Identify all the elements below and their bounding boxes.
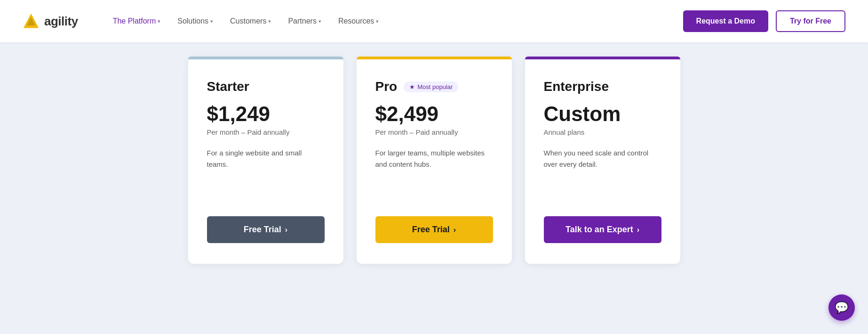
nav-label: Partners: [288, 17, 316, 25]
badge-label: Most popular: [417, 83, 453, 90]
logo-text: agility: [44, 14, 78, 29]
nav-label: Solutions: [177, 17, 208, 25]
card-top-bar: [357, 57, 512, 59]
try-for-free-button[interactable]: Try for Free: [776, 10, 845, 32]
logo-icon: [23, 13, 40, 30]
pricing-card-enterprise: Enterprise Custom Annual plans When you …: [525, 57, 680, 264]
nav-item-partners[interactable]: Partners▾: [281, 13, 327, 29]
pricing-cards-container: Starter $1,249 Per month – Paid annually…: [188, 57, 680, 264]
pricing-card-pro: Pro ★ Most popular $2,499 Per month – Pa…: [357, 57, 512, 264]
chevron-right-icon: ›: [454, 226, 456, 234]
card-title: Enterprise: [544, 79, 609, 94]
card-title: Pro: [375, 79, 398, 94]
card-title-row: Enterprise: [544, 79, 661, 94]
chevron-right-icon: ›: [637, 226, 639, 234]
nav-item-customers[interactable]: Customers▾: [223, 13, 278, 29]
chevron-down-icon: ▾: [319, 18, 321, 24]
pricing-card-starter: Starter $1,249 Per month – Paid annually…: [188, 57, 343, 264]
card-top-bar: [525, 57, 680, 59]
nav-label: Resources: [338, 17, 374, 25]
nav-links: The Platform▾Solutions▾Customers▾Partner…: [106, 13, 683, 29]
navbar: agility The Platform▾Solutions▾Customers…: [0, 0, 868, 42]
card-title-row: Starter: [207, 79, 325, 94]
chevron-down-icon: ▾: [158, 18, 160, 24]
main-content: Starter $1,249 Per month – Paid annually…: [0, 42, 868, 334]
chat-bubble-button[interactable]: 💬: [828, 294, 855, 321]
card-price: Custom: [544, 103, 661, 125]
card-cta-button[interactable]: Free Trial ›: [207, 216, 325, 243]
nav-label: The Platform: [113, 17, 156, 25]
nav-item-the-platform[interactable]: The Platform▾: [106, 13, 167, 29]
card-description: For larger teams, multiple websites and …: [375, 147, 493, 201]
card-description: When you need scale and control over eve…: [544, 147, 661, 201]
card-price: $2,499: [375, 103, 493, 125]
card-title: Starter: [207, 79, 249, 94]
chat-icon: 💬: [835, 301, 849, 314]
logo-link[interactable]: agility: [23, 13, 78, 30]
nav-item-resources[interactable]: Resources▾: [332, 13, 385, 29]
card-price-note: Annual plans: [544, 128, 661, 136]
cta-label: Talk to an Expert: [565, 225, 633, 235]
cta-label: Free Trial: [412, 225, 450, 235]
card-price-note: Per month – Paid annually: [207, 128, 325, 136]
nav-item-solutions[interactable]: Solutions▾: [171, 13, 220, 29]
card-title-row: Pro ★ Most popular: [375, 79, 493, 94]
card-description: For a single website and small teams.: [207, 147, 325, 201]
chevron-down-icon: ▾: [268, 18, 271, 24]
chevron-down-icon: ▾: [210, 18, 213, 24]
chevron-down-icon: ▾: [376, 18, 379, 24]
star-icon: ★: [409, 83, 415, 90]
card-price-note: Per month – Paid annually: [375, 128, 493, 136]
request-demo-button[interactable]: Request a Demo: [683, 10, 768, 32]
chevron-right-icon: ›: [285, 226, 287, 234]
nav-actions: Request a Demo Try for Free: [683, 10, 845, 32]
card-cta-button[interactable]: Free Trial ›: [375, 216, 493, 243]
cta-label: Free Trial: [244, 225, 281, 235]
card-price: $1,249: [207, 103, 325, 125]
card-cta-button[interactable]: Talk to an Expert ›: [544, 216, 661, 243]
popular-badge: ★ Most popular: [404, 81, 458, 92]
card-top-bar: [188, 57, 343, 59]
nav-label: Customers: [230, 17, 266, 25]
